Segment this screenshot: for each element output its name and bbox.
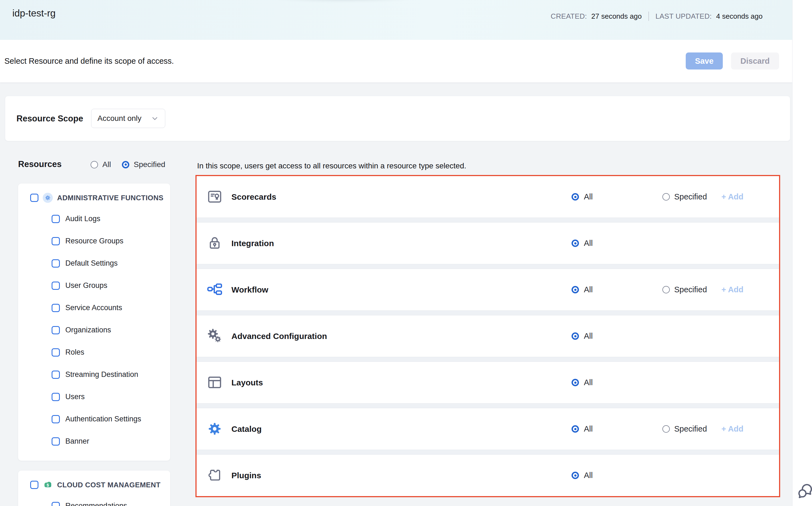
resource-type-icon <box>207 328 223 344</box>
radio-all-icon <box>572 332 579 340</box>
radio-all-icon <box>572 240 579 247</box>
resources-radio-specified[interactable]: Specified <box>122 160 165 169</box>
item-checkbox[interactable] <box>52 437 60 445</box>
resource-list-item: Streaming Destination <box>18 363 170 386</box>
action-description: Select Resource and define its scope of … <box>4 40 174 82</box>
resource-scope-label: Resource Scope <box>16 96 83 141</box>
top-smudge <box>241 0 445 3</box>
add-link[interactable]: + Add <box>721 269 743 311</box>
row-separator <box>197 311 779 315</box>
row-radio-all[interactable]: All <box>572 362 593 403</box>
radio-specified-icon <box>663 286 670 293</box>
group-icon <box>42 479 53 490</box>
resource-type-icon <box>207 374 223 390</box>
row-separator <box>197 450 779 455</box>
resource-type-label: Catalog <box>231 408 262 450</box>
resource-type-icon <box>207 467 223 483</box>
radio-all-icon <box>572 379 579 386</box>
resource-scope-value: Account only <box>97 114 151 123</box>
resource-type-label: Integration <box>231 223 274 264</box>
page-header: idp-test-rg CREATED: 27 seconds ago LAST… <box>0 0 792 40</box>
page-title: idp-test-rg <box>12 8 56 19</box>
row-separator <box>197 264 779 269</box>
updated-value: 4 seconds ago <box>716 12 763 21</box>
radio-all-icon <box>572 472 579 479</box>
row-radio-specified[interactable]: Specified <box>663 408 707 450</box>
item-checkbox[interactable] <box>52 370 60 379</box>
resources-radio-all[interactable]: All <box>91 160 111 169</box>
right-strip <box>792 0 812 506</box>
resource-type-icon <box>207 235 223 251</box>
item-label: Organizations <box>65 326 111 334</box>
resource-group-header: CLOUD COST MANAGEMENT <box>18 478 170 492</box>
item-label: Authentication Settings <box>65 415 141 423</box>
chat-bubbles-icon <box>796 482 812 500</box>
resource-list-item: Service Accounts <box>18 297 170 319</box>
row-radio-all[interactable]: All <box>572 455 593 496</box>
group-name: CLOUD COST MANAGEMENT <box>57 481 161 489</box>
group-checkbox[interactable] <box>30 481 38 489</box>
group-name: ADMINISTRATIVE FUNCTIONS <box>57 194 164 202</box>
item-checkbox[interactable] <box>52 415 60 423</box>
row-radio-all[interactable]: All <box>572 176 593 218</box>
radio-specified-icon <box>663 425 670 433</box>
discard-button[interactable]: Discard <box>731 53 779 70</box>
row-radio-all[interactable]: All <box>572 269 593 311</box>
resource-list-item: User Groups <box>18 274 170 297</box>
row-radio-specified[interactable]: Specified <box>663 269 707 311</box>
item-checkbox[interactable] <box>52 304 60 312</box>
resource-scope-dropdown[interactable]: Account only <box>91 109 165 128</box>
item-label: Default Settings <box>65 259 118 268</box>
radio-all-icon <box>572 193 579 200</box>
resource-type-label: Layouts <box>231 362 263 403</box>
add-link[interactable]: + Add <box>721 176 743 218</box>
item-label: Service Accounts <box>65 304 122 312</box>
resource-list-item: Users <box>18 386 170 408</box>
resource-type-icon <box>207 421 223 437</box>
created-label: CREATED: <box>551 12 587 21</box>
resource-type-row: Integration All <box>197 223 779 264</box>
resource-type-row: Advanced Configuration All <box>197 315 779 357</box>
item-checkbox[interactable] <box>52 502 60 506</box>
add-link[interactable]: + Add <box>721 408 743 450</box>
item-checkbox[interactable] <box>52 348 60 356</box>
resource-type-label: Scorecards <box>231 176 276 218</box>
meta-divider <box>648 11 649 21</box>
item-checkbox[interactable] <box>52 215 60 223</box>
resource-list-item: Audit Logs <box>18 208 170 230</box>
item-label: User Groups <box>65 281 107 290</box>
resource-type-list: Scorecards All Specified + Add Integrati… <box>195 175 780 497</box>
resources-sidebar: ADMINISTRATIVE FUNCTIONS Audit Logs Reso… <box>18 183 170 506</box>
meta-info: CREATED: 27 seconds ago LAST UPDATED: 4 … <box>551 11 763 21</box>
resource-group-card: ADMINISTRATIVE FUNCTIONS Audit Logs Reso… <box>18 183 170 461</box>
item-label: Roles <box>65 348 84 356</box>
item-label: Resource Groups <box>65 237 123 245</box>
resource-list-item: Banner <box>18 430 170 452</box>
group-checkbox[interactable] <box>30 194 38 202</box>
created-value: 27 seconds ago <box>591 12 642 21</box>
chevron-down-icon <box>151 114 159 122</box>
row-separator <box>197 357 779 362</box>
item-label: Streaming Destination <box>65 370 138 379</box>
radio-all-icon <box>572 425 579 433</box>
save-button[interactable]: Save <box>686 53 723 70</box>
updated-label: LAST UPDATED: <box>655 12 712 21</box>
item-checkbox[interactable] <box>52 259 60 268</box>
action-bar: Select Resource and define its scope of … <box>0 40 792 83</box>
item-checkbox[interactable] <box>52 326 60 334</box>
resources-title: Resources <box>18 159 62 169</box>
row-radio-all[interactable]: All <box>572 223 593 264</box>
radio-specified-icon <box>663 193 670 200</box>
item-label: Users <box>65 393 85 401</box>
row-radio-all[interactable]: All <box>572 315 593 357</box>
row-radio-specified[interactable]: Specified <box>663 176 707 218</box>
item-checkbox[interactable] <box>52 237 60 245</box>
support-chat-button[interactable] <box>796 482 812 500</box>
item-checkbox[interactable] <box>52 281 60 290</box>
resource-type-row: Plugins All <box>197 455 779 496</box>
item-checkbox[interactable] <box>52 393 60 401</box>
resource-type-row: Layouts All <box>197 362 779 403</box>
row-separator <box>197 218 779 223</box>
row-radio-all[interactable]: All <box>572 408 593 450</box>
resource-type-label: Advanced Configuration <box>231 315 327 357</box>
